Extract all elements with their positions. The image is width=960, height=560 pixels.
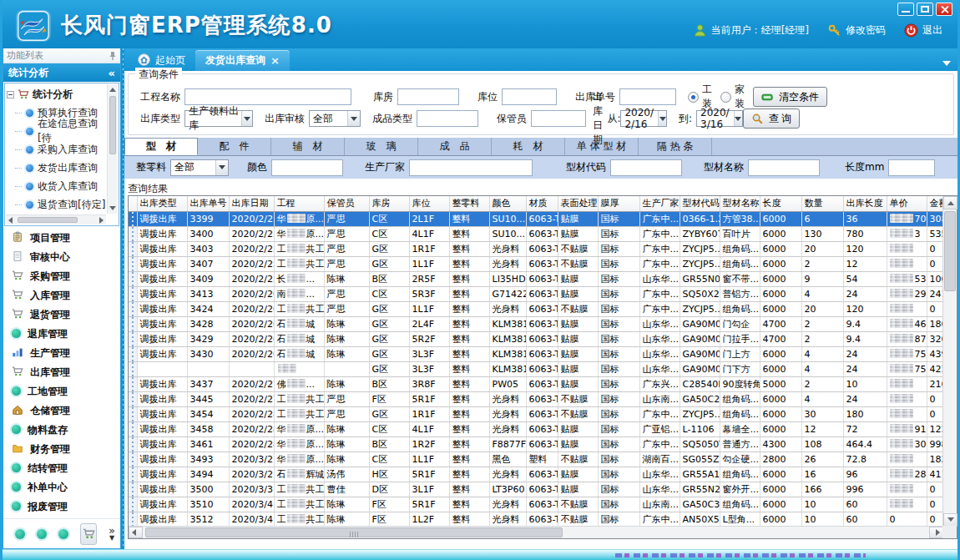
close-button[interactable] (936, 3, 952, 16)
table-row[interactable]: 调拨出库34242020/2/26工共工程严思G区1L1F整料光身料6063-T… (129, 301, 943, 316)
tree-vertical-scrollbar[interactable] (107, 84, 118, 214)
table-row[interactable]: 调拨出库34092020/2/25长...陈琳B区2R5F整料LI35HD606… (129, 271, 943, 286)
sidebar-item-退货管理[interactable]: 退货管理 (12, 306, 120, 324)
dropdown-select[interactable]: 生产领料出库 (184, 110, 253, 127)
maximize-button[interactable] (917, 3, 933, 16)
dropdown-select[interactable]: 全部 (309, 110, 361, 127)
table-row[interactable]: 调拨出库35002020/3/3工共工程曹佳D区3L1F整料LT3P606063… (129, 482, 943, 497)
sidebar-item-物料盘存[interactable]: 物料盘存 (12, 421, 120, 439)
text-input[interactable] (417, 110, 478, 127)
column-header-出库长度[interactable]: 出库长度 (843, 196, 887, 211)
dropdown-select[interactable]: 全部 (170, 159, 229, 176)
grid-vscroll-thumb[interactable] (944, 211, 956, 291)
sidebar-item-补单中心[interactable]: 补单中心 (12, 479, 120, 497)
sidebar-item-项目管理[interactable]: 项目管理 (12, 230, 120, 247)
column-header-型材代码[interactable]: 型材代码 (680, 196, 720, 211)
sidebar-item-仓储管理[interactable]: 仓储管理 (12, 402, 120, 420)
grid-horizontal-scrollbar[interactable] (129, 526, 943, 538)
column-header-保管员[interactable]: 保管员 (324, 196, 369, 211)
text-input[interactable] (610, 159, 682, 176)
material-tab-配件[interactable]: 配 件 (198, 138, 271, 155)
minimize-button[interactable] (897, 3, 914, 16)
sidebar-item-采购管理[interactable]: 采购管理 (12, 268, 120, 285)
table-row[interactable]: 调拨出库34292020/2/26石城陈琳G区5R2F整料KLM38176063… (129, 331, 943, 346)
logout-button[interactable]: 退出 (904, 23, 942, 38)
scroll-down-button[interactable] (943, 513, 957, 527)
column-header-金额[interactable]: 金额 (927, 196, 943, 211)
change-password-button[interactable]: 修改密码 (827, 23, 886, 38)
radio-家装[interactable] (720, 92, 731, 103)
table-row[interactable]: 调拨出库34372020/2/27佛...陈琳B区3R8F整料PW056063-… (129, 376, 943, 391)
tree-hscroll-thumb[interactable] (18, 217, 78, 223)
column-header-型材名称[interactable]: 型材名称 (720, 196, 760, 211)
expander-icon[interactable] (7, 91, 14, 98)
sidebar-item-结转管理[interactable]: 结转管理 (12, 460, 120, 477)
table-row[interactable]: 调拨出库34302020/2/26石城陈琳G区3L3F整料KLM38176063… (129, 346, 943, 361)
scroll-up-button[interactable] (943, 196, 957, 209)
sidebar-item-审核中心[interactable]: 审核中心 (12, 249, 120, 266)
clear-conditions-button[interactable]: 清空条件 (753, 87, 827, 107)
text-input[interactable] (271, 159, 343, 176)
overflow-chevron[interactable]: »▼ (109, 527, 115, 542)
table-row[interactable]: 调拨出库34282020/2/26石城陈琳G区2L4F整料KLM38176063… (129, 316, 943, 331)
tab-close-icon[interactable]: × (270, 54, 280, 67)
tree-item[interactable]: 发货出库查询 (7, 159, 106, 177)
column-header-单价[interactable]: 单价 (887, 196, 927, 211)
radio-工装[interactable] (688, 92, 699, 103)
material-tab-成品[interactable]: 成 品 (418, 138, 492, 155)
text-input[interactable] (531, 110, 586, 127)
sidebar-item-退库管理[interactable]: 退库管理 (12, 325, 120, 343)
text-input[interactable] (888, 159, 935, 176)
text-input[interactable] (502, 88, 557, 105)
table-row[interactable]: 调拨出库35122020/3/4工共工程陈琳F区1L2F整料光身料6063-T5… (129, 512, 943, 527)
module-dot-icon[interactable] (37, 529, 47, 539)
scroll-left-icon[interactable] (8, 217, 13, 224)
text-input[interactable] (748, 159, 820, 176)
sidebar-item-出库管理[interactable]: 出库管理 (12, 364, 120, 381)
scroll-up-icon[interactable] (109, 88, 116, 92)
table-row[interactable]: 调拨出库34132020/2/26南...严思C区5R3F整料G71422606… (129, 286, 943, 301)
sidebar-item-报废管理[interactable]: 报废管理 (12, 498, 120, 516)
cart-module-button[interactable] (80, 523, 97, 545)
column-header-出库单号[interactable]: 出库单号 (187, 196, 229, 211)
table-row[interactable]: 调拨出库35102020/3/4工共工程陈琳F区5R1F整料光身料6063-T5… (129, 497, 943, 512)
tree-item[interactable]: 在途信息查询[待 (7, 122, 106, 140)
search-button[interactable]: 查 询 (743, 108, 800, 129)
column-header-生产厂家[interactable]: 生产厂家 (639, 196, 680, 211)
scroll-down-icon[interactable] (109, 206, 116, 210)
column-header-表面处理[interactable]: 表面处理 (558, 196, 598, 211)
column-header-库房[interactable]: 库房 (369, 196, 409, 211)
tree-item[interactable]: 采购入库查询 (7, 140, 106, 159)
table-row[interactable]: 调拨出库34612020/2/28华原...陈琳B区1R2F整料F8877FT6… (129, 436, 943, 452)
scroll-left-button[interactable] (129, 527, 143, 538)
table-row[interactable]: 调拨出库34452020/2/27工共工程严思F区5R1F整料光身料6063-T… (129, 391, 943, 406)
column-header-出库类型[interactable]: 出库类型 (137, 196, 187, 211)
material-tab-型材[interactable]: 型 材 (124, 138, 198, 155)
column-header-库位[interactable]: 库位 (409, 196, 449, 211)
table-row[interactable]: 调拨出库33992020/2/25华原...严思C区2L1F整料SU10...6… (129, 211, 943, 226)
date-to-picker[interactable]: 2020/ 3/16 (696, 110, 743, 127)
material-tab-玻璃[interactable]: 玻 璃 (345, 138, 418, 155)
column-header-整零料[interactable]: 整零料 (449, 196, 489, 211)
table-row[interactable]: G区3L3F整料KLM38176063-T5贴膜国标山东华...GA90M09.… (129, 361, 943, 376)
column-header-工程[interactable]: 工程 (274, 196, 324, 211)
sidebar-item-入库管理[interactable]: 入库管理 (12, 287, 120, 305)
material-tab-辅材[interactable]: 辅 材 (271, 138, 345, 155)
tree-horizontal-scrollbar[interactable] (6, 214, 106, 225)
table-row[interactable]: 调拨出库34002020/2/25华原...严思C区4L1F整料SU10...6… (129, 226, 943, 241)
sidebar-item-生产管理[interactable]: 生产管理 (12, 345, 120, 362)
text-input[interactable] (184, 88, 351, 105)
table-row[interactable]: 调拨出库34942020/3/2石辉城汤伟H区5R1F整料光身料6063-T5贴… (129, 467, 943, 482)
column-header-数量[interactable]: 数量 (801, 196, 843, 211)
text-input[interactable] (409, 159, 533, 176)
table-row[interactable]: 调拨出库34932020/3/2华原...陈琳C区1L1F整料黑色塑料不贴膜国标… (129, 452, 943, 467)
table-row[interactable]: 调拨出库34542020/2/28工共工程严思G区1R1F整料光身料6063-T… (129, 406, 943, 421)
column-header-出库日期[interactable]: 出库日期 (229, 196, 274, 211)
module-dot-icon[interactable] (15, 529, 25, 539)
module-dot-icon[interactable] (58, 529, 68, 539)
text-input[interactable] (619, 88, 676, 105)
material-tab-耗材[interactable]: 耗 材 (492, 138, 565, 155)
column-header-材质[interactable]: 材质 (526, 196, 558, 211)
scroll-right-icon[interactable] (99, 217, 104, 224)
column-header-长度[interactable]: 长度 (760, 196, 801, 211)
